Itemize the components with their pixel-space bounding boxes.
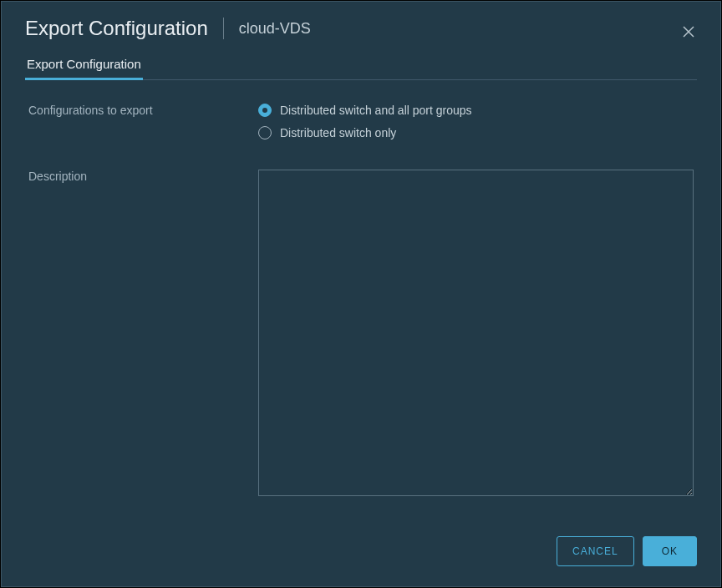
close-icon (682, 25, 695, 38)
dialog-subtitle: cloud-VDS (239, 20, 311, 38)
dialog-header: Export Configuration cloud-VDS (2, 2, 720, 48)
form-row-description: Description (28, 170, 694, 499)
close-button[interactable] (680, 23, 697, 40)
dialog-title: Export Configuration (25, 17, 208, 40)
export-configuration-dialog: Export Configuration cloud-VDS Export Co… (1, 1, 721, 587)
radio-icon (258, 104, 272, 117)
dialog-body: Configurations to export Distributed swi… (2, 80, 720, 521)
dialog-footer: CANCEL OK (2, 521, 720, 586)
description-label: Description (28, 170, 258, 183)
configurations-radio-group: Distributed switch and all port groups D… (258, 104, 694, 139)
form-row-configurations: Configurations to export Distributed swi… (28, 104, 694, 139)
radio-label-switch-only: Distributed switch only (280, 126, 396, 139)
radio-icon (258, 126, 272, 139)
ok-button[interactable]: OK (643, 536, 697, 566)
tab-export-configuration[interactable]: Export Configuration (25, 57, 143, 79)
tab-bar: Export Configuration (2, 48, 720, 80)
radio-option-switch-only[interactable]: Distributed switch only (258, 126, 694, 139)
title-separator (223, 18, 224, 39)
cancel-button[interactable]: CANCEL (557, 536, 634, 566)
radio-option-all-port-groups[interactable]: Distributed switch and all port groups (258, 104, 694, 117)
radio-label-all: Distributed switch and all port groups (280, 104, 472, 117)
description-textarea[interactable] (258, 170, 694, 496)
configurations-to-export-label: Configurations to export (28, 104, 258, 139)
